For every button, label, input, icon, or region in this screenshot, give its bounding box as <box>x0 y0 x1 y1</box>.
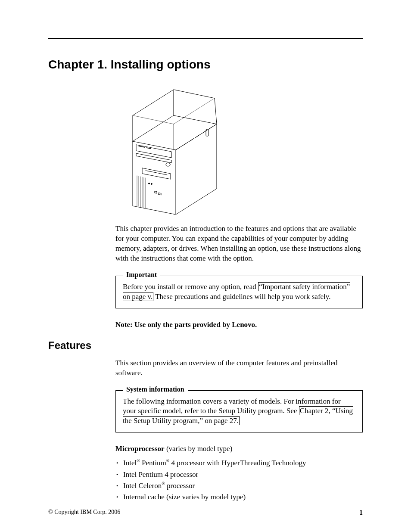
important-box: Important Before you install or remove a… <box>115 276 363 308</box>
list-item: Intel Celeron® processor <box>115 480 363 492</box>
item-text: Intel Pentium 4 processor <box>123 470 198 479</box>
document-page: Chapter 1. Installing options <box>0 0 411 532</box>
page-number: 1 <box>359 509 363 516</box>
item-text: 4 processor with HyperThreading Technolo… <box>169 459 306 467</box>
features-intro: This section provides an overview of the… <box>115 358 363 378</box>
features-column: This section provides an overview of the… <box>115 358 363 503</box>
item-text: Intel Celeron <box>123 482 162 490</box>
microprocessor-list: Intel® Pentium® 4 processor with HyperTh… <box>115 457 363 503</box>
sysinfo-text: The following information covers a varie… <box>123 397 355 426</box>
copyright-text: © Copyright IBM Corp. 2006 <box>48 509 120 516</box>
registered-icon: ® <box>162 481 165 486</box>
top-rule <box>48 38 363 39</box>
important-legend: Important <box>123 271 160 279</box>
item-text: Intel <box>123 459 137 467</box>
registered-icon: ® <box>137 459 140 464</box>
important-after: These precautions and guidelines will he… <box>153 292 330 301</box>
note-line: Note: Use only the parts provided by Len… <box>115 320 363 329</box>
important-before: Before you install or remove any option,… <box>123 283 258 291</box>
chapter-title: Chapter 1. Installing options <box>48 58 363 72</box>
system-information-box: System information The following informa… <box>115 390 363 433</box>
svg-rect-9 <box>154 191 157 193</box>
svg-rect-10 <box>159 193 161 195</box>
list-item: Intel® Pentium® 4 processor with HyperTh… <box>115 457 363 469</box>
list-item: Internal cache (size varies by model typ… <box>115 492 363 503</box>
item-text: Internal cache (size varies by model typ… <box>123 493 246 501</box>
important-text: Before you install or remove any option,… <box>123 282 355 302</box>
computer-tower-illustration <box>120 85 223 215</box>
features-heading: Features <box>48 339 363 352</box>
sysinfo-legend: System information <box>123 386 188 393</box>
list-item: Intel Pentium 4 processor <box>115 469 363 480</box>
microprocessor-heading: Microprocessor (varies by model type) <box>115 445 363 453</box>
svg-point-7 <box>149 183 150 184</box>
item-text: processor <box>165 482 195 490</box>
body-column: This chapter provides an introduction to… <box>115 85 363 329</box>
svg-point-8 <box>151 184 153 185</box>
microprocessor-bold: Microprocessor <box>115 445 165 453</box>
item-text: Pentium <box>140 459 166 467</box>
microprocessor-rest: (varies by model type) <box>165 445 233 453</box>
page-footer: © Copyright IBM Corp. 2006 1 <box>48 509 363 516</box>
svg-point-0 <box>166 163 170 166</box>
intro-paragraph: This chapter provides an introduction to… <box>115 224 363 264</box>
